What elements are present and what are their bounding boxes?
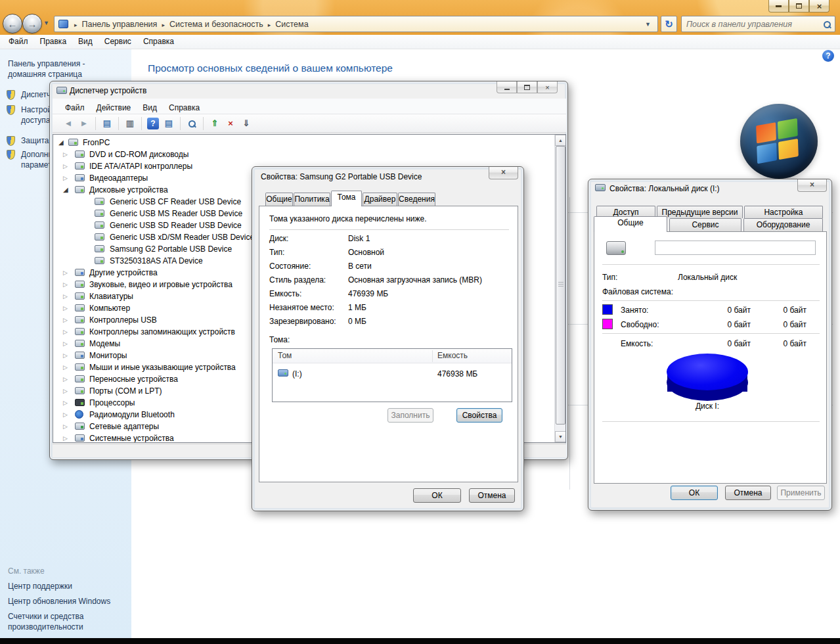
collapsed-icon[interactable]: ▷	[63, 373, 68, 385]
recent-pages-chevron-icon[interactable]: ▼	[43, 20, 49, 26]
collapsed-icon[interactable]: ▷	[63, 409, 68, 421]
uninstall-device-icon[interactable]: ×	[223, 116, 238, 131]
refresh-button[interactable]: ↻	[661, 16, 677, 32]
collapsed-icon[interactable]: ▷	[63, 267, 68, 279]
close-button[interactable]: ×	[809, 0, 829, 12]
volume-row[interactable]: (I:) 476938 МБ	[273, 367, 512, 380]
apply-button[interactable]: Применить	[777, 486, 825, 500]
cancel-button[interactable]: Отмена	[725, 486, 771, 500]
expanded-icon[interactable]: ◢	[63, 184, 68, 196]
scroll-up-button[interactable]: ▲	[555, 135, 566, 146]
collapsed-icon[interactable]: ▷	[63, 350, 68, 361]
collapsed-icon[interactable]: ▷	[63, 385, 68, 397]
tab-Предыдущие версии[interactable]: Предыдущие версии	[657, 206, 743, 218]
maximize-button[interactable]	[789, 0, 809, 12]
tab-Политика[interactable]: Политика	[294, 193, 330, 206]
maximize-button[interactable]	[517, 81, 537, 93]
restore-icon	[796, 3, 802, 9]
tab-Оборудование[interactable]: Оборудование	[743, 218, 823, 231]
scrollbar-thumb[interactable]	[556, 146, 565, 425]
cp-menu-item[interactable]: Сервис	[99, 35, 137, 48]
collapsed-icon[interactable]: ▷	[63, 326, 68, 338]
tab-Общие[interactable]: Общие	[594, 216, 667, 232]
minimize-button[interactable]	[497, 81, 517, 93]
collapsed-icon[interactable]: ▷	[63, 397, 68, 409]
column-separator[interactable]	[432, 350, 433, 362]
see-also-link[interactable]: Центр обновления Windows	[8, 597, 113, 607]
video-adapter-icon	[75, 174, 85, 181]
back-button[interactable]: ←	[3, 14, 22, 34]
device-manager-titlebar[interactable]: Диспетчер устройств ×	[50, 81, 567, 99]
device-tree-item[interactable]: ▷DVD и CD-ROM дисководы	[53, 149, 565, 160]
tab-Настройка[interactable]: Настройка	[744, 206, 823, 218]
properties-button[interactable]: Свойства	[456, 408, 502, 423]
collapsed-icon[interactable]: ▷	[63, 432, 68, 443]
tab-Тома[interactable]: Тома	[331, 191, 362, 206]
breadcrumb-item[interactable]: Система и безопасность	[169, 20, 263, 29]
cp-menu-item[interactable]: Справка	[137, 35, 180, 48]
minimize-button[interactable]	[768, 0, 789, 12]
disable-device-icon[interactable]: ⇓	[238, 116, 254, 131]
tab-Сведения[interactable]: Сведения	[398, 193, 435, 206]
see-also-link[interactable]: Центр поддержки	[8, 582, 113, 592]
tab-Драйвер[interactable]: Драйвер	[363, 193, 397, 206]
cp-menu-item[interactable]: Правка	[34, 35, 73, 48]
cp-menu-item[interactable]: Файл	[3, 35, 34, 48]
search-input[interactable]	[686, 20, 824, 29]
help-icon[interactable]: ?	[822, 50, 834, 62]
column-header-capacity[interactable]: Емкость	[437, 351, 468, 360]
close-button[interactable]: ×	[537, 81, 558, 93]
close-button[interactable]: ×	[489, 167, 518, 179]
back-icon[interactable]: ◄	[60, 116, 76, 131]
expanded-icon[interactable]: ◢	[58, 137, 64, 149]
breadcrumb-item[interactable]: Панель управления	[82, 20, 158, 29]
vertical-scrollbar[interactable]: ▲ ▼	[554, 135, 565, 442]
dialog-titlebar[interactable]: Свойства: Локальный диск (I:) ×	[588, 179, 831, 196]
address-dropdown-icon[interactable]: ▼	[642, 21, 653, 28]
dm-menu-item[interactable]: Файл	[59, 101, 91, 114]
scan-hardware-icon[interactable]	[184, 116, 200, 131]
volume-label-input[interactable]	[655, 241, 816, 255]
cancel-button[interactable]: Отмена	[469, 488, 515, 503]
address-bar[interactable]: ▸Панель управления▸Система и безопасност…	[54, 16, 658, 32]
see-also-heading: См. также	[8, 566, 45, 576]
scroll-down-button[interactable]: ▼	[555, 431, 566, 442]
breadcrumb-item[interactable]: Система	[275, 20, 308, 29]
ok-button[interactable]: ОК	[413, 488, 461, 503]
dm-menu-item[interactable]: Действие	[91, 101, 137, 114]
sidebar-home-link[interactable]: Панель управления - домашняя страница	[8, 58, 116, 80]
collapsed-icon[interactable]: ▷	[63, 302, 68, 314]
field-label: Диск:	[269, 234, 288, 243]
tab-Общие[interactable]: Общие	[265, 193, 293, 206]
collapsed-icon[interactable]: ▷	[63, 361, 68, 373]
see-also-link[interactable]: Счетчики и средства производительности	[8, 612, 113, 632]
minimize-icon	[776, 5, 782, 7]
cp-menu-item[interactable]: Вид	[72, 35, 99, 48]
ok-button[interactable]: ОК	[671, 486, 718, 500]
properties-icon[interactable]: ▥	[122, 116, 138, 131]
dialog-titlebar[interactable]: Свойства: Samsung G2 Portable USB Device…	[252, 167, 523, 184]
volumes-list-header[interactable]: Том Емкость	[273, 349, 512, 363]
collapsed-icon[interactable]: ▷	[63, 290, 68, 302]
update-driver-icon[interactable]: ⇑	[207, 116, 223, 131]
collapsed-icon[interactable]: ▷	[63, 421, 68, 432]
help-icon[interactable]: ?	[147, 118, 159, 129]
forward-button[interactable]: →	[22, 14, 42, 34]
dm-menu-item[interactable]: Вид	[137, 101, 163, 114]
column-header-volume[interactable]: Том	[278, 351, 292, 360]
collapsed-icon[interactable]: ▷	[63, 314, 68, 326]
collapsed-icon[interactable]: ▷	[63, 338, 68, 350]
collapsed-icon[interactable]: ▷	[63, 172, 68, 184]
device-tree-item[interactable]: ◢FronPC	[53, 137, 565, 149]
forward-icon[interactable]: ►	[76, 116, 92, 131]
devices-view-icon[interactable]: ▤	[161, 116, 177, 131]
control-panel-titlebar[interactable]: × ← → ▼ ▸Панель управления▸Система и без…	[0, 0, 840, 35]
close-button[interactable]: ×	[797, 179, 827, 192]
collapsed-icon[interactable]: ▷	[63, 160, 68, 172]
console-tree-icon[interactable]: ▤	[99, 116, 115, 131]
dm-menu-item[interactable]: Справка	[163, 101, 206, 114]
populate-button[interactable]: Заполнить	[387, 408, 433, 423]
collapsed-icon[interactable]: ▷	[63, 149, 68, 160]
collapsed-icon[interactable]: ▷	[63, 279, 68, 290]
tab-Сервис[interactable]: Сервис	[669, 218, 741, 231]
